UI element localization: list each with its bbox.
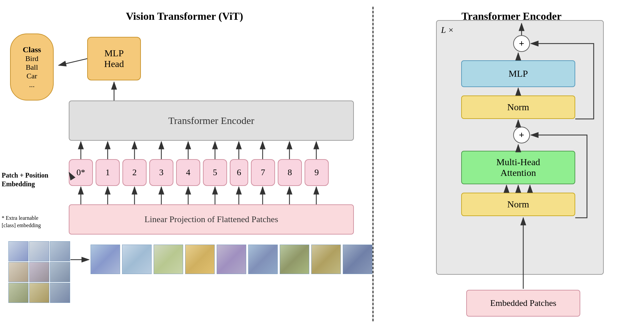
mha-block: Multi-HeadAttention: [461, 151, 575, 184]
patch-img-3: [154, 245, 183, 274]
token-2-label: 2: [132, 168, 137, 178]
main-container: Vision Transformer (ViT) Class Bird Ball…: [0, 0, 644, 328]
token-8-label: 8: [288, 168, 292, 178]
patch-img-1: [91, 245, 120, 274]
grid-patch-3: [50, 241, 70, 261]
grid-patch-9: [50, 283, 70, 303]
token-3-label: 3: [159, 168, 164, 178]
norm2-label: Norm: [507, 199, 529, 210]
token-7-label: 7: [261, 168, 265, 178]
top-plus-circle: +: [513, 35, 530, 52]
class-item-bird: Bird: [25, 54, 38, 63]
class-output-box: Class Bird Ball Car ...: [10, 34, 54, 101]
l-times-label: L ×: [441, 25, 454, 35]
patch-img-8: [311, 245, 341, 274]
mha-label: Multi-HeadAttention: [496, 157, 540, 178]
patch-position-label: Patch + PositionEmbedding: [2, 171, 72, 188]
token-1: 1: [96, 159, 120, 186]
class-item-ball: Ball: [26, 63, 38, 72]
grid-patch-7: [8, 283, 29, 303]
token-1-label: 1: [106, 168, 110, 178]
patch-img-6: [248, 245, 278, 274]
patch-position-text: Patch + PositionEmbedding: [2, 172, 48, 188]
transformer-encoder-label: Transformer Encoder: [168, 115, 254, 126]
norm2-block: Norm: [461, 193, 575, 216]
patch-img-7: [280, 245, 309, 274]
patch-img-9: [343, 245, 372, 274]
mlp-label: MLP: [508, 68, 528, 79]
embedded-patches-box: Embedded Patches: [466, 290, 580, 317]
patch-img-4: [185, 245, 215, 274]
class-label: Class: [23, 45, 41, 54]
token-8: 8: [278, 159, 302, 186]
norm1-block: Norm: [461, 95, 575, 119]
tokens-row: 0* 1 2 3 4 5 6 7 8: [69, 159, 329, 186]
encoder-outer-box: [436, 20, 604, 275]
class-item-ellipsis: ...: [29, 80, 35, 89]
extra-learnable-text: * Extra learnable[class] embedding: [2, 215, 41, 228]
token-0: 0*: [69, 159, 93, 186]
extra-learnable-label: * Extra learnable[class] embedding: [2, 214, 69, 229]
token-9-label: 9: [315, 168, 319, 178]
grid-patch-4: [8, 262, 29, 282]
grid-patch-8: [29, 283, 49, 303]
grid-patch-5: [29, 262, 49, 282]
token-2: 2: [122, 159, 147, 186]
patch-img-2: [122, 245, 152, 274]
token-5-label: 5: [213, 168, 217, 178]
grid-patch-1: [8, 241, 29, 261]
linear-projection-box: Linear Projection of Flattened Patches: [69, 204, 354, 235]
linear-projection-label: Linear Projection of Flattened Patches: [145, 214, 278, 224]
patch-img-5: [217, 245, 246, 274]
token-3: 3: [149, 159, 173, 186]
encoder-section: Transformer Encoder L × + MLP Norm +: [379, 0, 644, 328]
mid-plus-circle: +: [513, 127, 530, 143]
token-5: 5: [203, 159, 227, 186]
token-4-label: 4: [186, 168, 191, 178]
top-plus-symbol: +: [519, 38, 524, 49]
vit-title: Vision Transformer (ViT): [7, 10, 362, 22]
norm1-label: Norm: [507, 102, 529, 113]
transformer-encoder-large-box: Transformer Encoder: [69, 101, 354, 141]
token-9: 9: [305, 159, 329, 186]
token-4: 4: [176, 159, 200, 186]
grid-patch-6: [50, 262, 70, 282]
class-item-car: Car: [26, 72, 37, 80]
section-divider: [372, 7, 374, 321]
mlp-head-label: MLPHead: [104, 48, 124, 69]
token-6-label: 6: [237, 168, 241, 178]
input-image-grid: [8, 241, 70, 303]
token-7: 7: [251, 159, 275, 186]
svg-line-2: [59, 59, 87, 65]
embedded-patches-label: Embedded Patches: [490, 298, 556, 308]
patches-row: [91, 245, 372, 274]
mid-plus-symbol: +: [519, 130, 524, 140]
token-0-label: 0*: [76, 168, 85, 178]
mlp-block: MLP: [461, 60, 575, 87]
vit-section: Vision Transformer (ViT) Class Bird Ball…: [0, 0, 369, 328]
grid-patch-2: [29, 241, 49, 261]
mlp-head-box: MLPHead: [87, 37, 141, 80]
token-6: 6: [230, 159, 248, 186]
